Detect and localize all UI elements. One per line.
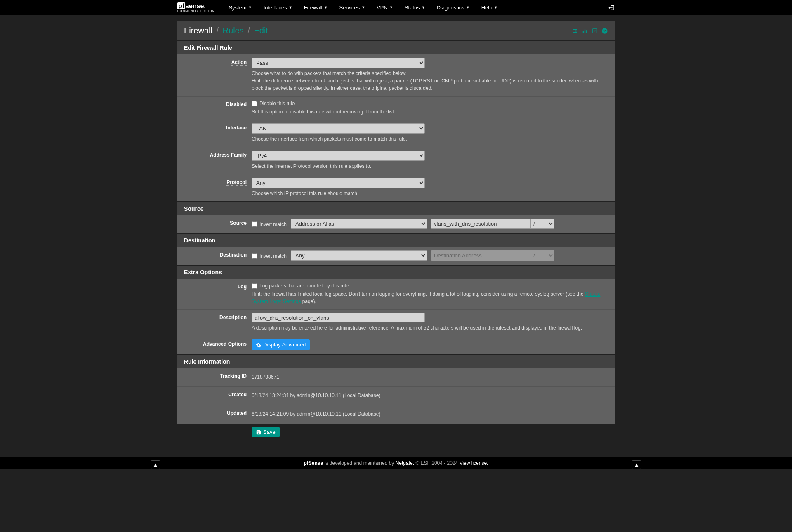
select-address-family[interactable]: IPv4 [252, 151, 425, 161]
row-protocol: Protocol Any Choose which IP protocol th… [177, 174, 615, 201]
svg-point-4 [575, 31, 576, 31]
gear-icon [256, 341, 262, 348]
footer-toggle-left[interactable]: ▲ [151, 460, 160, 469]
row-address-family: Address Family IPv4 Select the Internet … [177, 147, 615, 174]
breadcrumb-page: Edit [254, 26, 268, 35]
panel-heading-source: Source [177, 202, 615, 215]
row-disabled: Disabled Disable this rule Set this opti… [177, 97, 615, 120]
stats-icon[interactable] [582, 27, 588, 35]
select-destination-mask [537, 251, 554, 260]
row-created: Created 6/18/24 13:24:31 by admin@10.10.… [177, 387, 615, 405]
svg-point-5 [574, 32, 575, 33]
breadcrumb-actions: ? [572, 27, 608, 35]
save-row: Save [177, 424, 615, 441]
row-advanced: Advanced Options Display Advanced [177, 336, 615, 354]
value-created: 6/18/24 13:24:31 by admin@10.10.10.11 (L… [252, 390, 608, 401]
row-updated: Updated 6/18/24 14:21:09 by admin@10.10.… [177, 405, 615, 424]
label-interface: Interface [226, 125, 247, 131]
help-disabled: Set this option to disable this rule wit… [252, 108, 608, 115]
value-tracking-id: 1718738671 [252, 372, 608, 382]
breadcrumb: Firewall / Rules / Edit [184, 26, 268, 35]
label-source-invert: Invert match [259, 221, 287, 227]
checkbox-source-invert[interactable] [252, 221, 257, 227]
log-icon[interactable] [592, 27, 598, 35]
help-protocol: Choose which IP protocol this rule shoul… [252, 190, 608, 197]
nav-vpn[interactable]: VPN▼ [371, 0, 399, 15]
settings-icon[interactable] [572, 27, 578, 35]
logo-main: pfsense. [177, 3, 214, 9]
logo[interactable]: pfsense. COMMUNITY EDITION [177, 3, 214, 12]
row-log: Log Log packets that are handled by this… [177, 279, 615, 310]
help-log: Hint: the firewall has limited local log… [252, 290, 608, 305]
label-destination: Destination [220, 252, 247, 258]
panel-heading-extra: Extra Options [177, 266, 615, 279]
save-icon [256, 429, 262, 435]
value-updated: 6/18/24 14:21:09 by admin@10.10.10.11 (L… [252, 409, 608, 419]
topbar: pfsense. COMMUNITY EDITION System▼ Inter… [0, 0, 792, 15]
footer-toggle-right[interactable]: ▲ [632, 460, 641, 469]
save-button[interactable]: Save [252, 427, 280, 438]
destination-slash: / [530, 251, 537, 260]
label-updated: Updated [227, 410, 247, 416]
label-log: Log [238, 284, 247, 290]
nav-services[interactable]: Services▼ [333, 0, 371, 15]
nav-firewall[interactable]: Firewall▼ [298, 0, 334, 15]
breadcrumb-bar: Firewall / Rules / Edit ? [177, 21, 615, 40]
nav-status[interactable]: Status▼ [399, 0, 431, 15]
input-destination-address [431, 251, 530, 260]
help-icon[interactable]: ? [601, 27, 608, 35]
select-source-type[interactable]: Address or Alias [291, 219, 427, 229]
select-interface[interactable]: LAN [252, 123, 425, 134]
panel-heading: Edit Firewall Rule [177, 41, 615, 54]
main-container: Firewall / Rules / Edit ? Edit Firewall … [177, 15, 615, 440]
source-address-group: / [431, 219, 554, 229]
destination-address-group: / [431, 250, 554, 261]
label-address-family: Address Family [210, 152, 247, 158]
panel-extra: Extra Options Log Log packets that are h… [177, 266, 615, 354]
logout-icon[interactable] [608, 4, 615, 11]
label-description: Description [219, 315, 247, 320]
button-display-advanced[interactable]: Display Advanced [252, 339, 310, 350]
panel-destination: Destination Destination Invert match Any… [177, 234, 615, 265]
label-tracking-id: Tracking ID [220, 373, 247, 379]
row-description: Description A description may be entered… [177, 310, 615, 336]
nav-diagnostics[interactable]: Diagnostics▼ [431, 0, 476, 15]
select-source-mask[interactable] [537, 219, 554, 228]
link-netgate[interactable]: Netgate. [396, 460, 414, 466]
label-action: Action [231, 59, 247, 66]
select-action[interactable]: Pass [252, 58, 425, 68]
select-destination-type[interactable]: Any [291, 250, 427, 261]
help-description: A description may be entered here for ad… [252, 324, 608, 332]
footer-brand: pfSense [304, 460, 323, 466]
nav-interfaces[interactable]: Interfaces▼ [258, 0, 298, 15]
panel-edit-rule: Edit Firewall Rule Action Pass Choose wh… [177, 41, 615, 201]
panel-info: Rule Information Tracking ID 1718738671 … [177, 355, 615, 424]
row-interface: Interface LAN Choose the interface from … [177, 120, 615, 147]
nav-help[interactable]: Help▼ [476, 0, 504, 15]
label-destination-invert: Invert match [259, 253, 287, 259]
label-disabled: Disabled [226, 101, 247, 107]
nav-system[interactable]: System▼ [223, 0, 257, 15]
checkbox-destination-invert[interactable] [252, 253, 257, 259]
help-interface: Choose the interface from which packets … [252, 135, 608, 143]
source-slash: / [530, 219, 537, 228]
panel-heading-info: Rule Information [177, 355, 615, 368]
svg-point-3 [574, 29, 575, 30]
checkbox-disabled[interactable] [252, 101, 257, 106]
row-destination: Destination Invert match Any / [177, 247, 615, 265]
svg-text:?: ? [603, 29, 606, 33]
panel-heading-destination: Destination [177, 234, 615, 247]
select-protocol[interactable]: Any [252, 178, 425, 188]
svg-rect-6 [583, 31, 584, 33]
nav: System▼ Interfaces▼ Firewall▼ Services▼ … [223, 0, 608, 15]
help-address-family: Select the Internet Protocol version thi… [252, 162, 608, 170]
label-advanced: Advanced Options [203, 341, 247, 347]
link-license[interactable]: View license. [460, 460, 488, 466]
input-description[interactable] [252, 313, 425, 322]
breadcrumb-section[interactable]: Rules [223, 26, 244, 35]
checkbox-log[interactable] [252, 283, 257, 289]
label-created: Created [228, 392, 247, 398]
input-source-address[interactable] [431, 219, 530, 228]
checkbox-disabled-label: Disable this rule [259, 101, 295, 106]
breadcrumb-root: Firewall [184, 26, 212, 35]
